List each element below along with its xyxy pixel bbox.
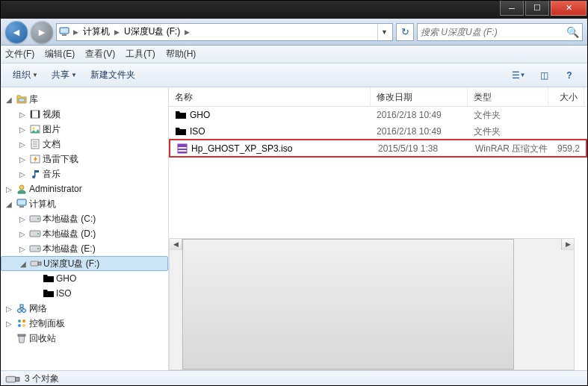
close-button[interactable]: ✕ xyxy=(551,1,587,16)
folder-icon xyxy=(175,109,187,121)
chevron-right-icon: ▶ xyxy=(73,28,78,36)
column-size[interactable]: 大小 xyxy=(548,87,584,106)
picture-icon xyxy=(29,123,41,135)
file-date: 2015/5/19 1:38 xyxy=(372,143,469,154)
folder-icon xyxy=(175,125,187,137)
control-panel-icon xyxy=(16,317,28,329)
breadcrumb-drive[interactable]: U深度U盘 (F:) xyxy=(123,24,182,40)
music-icon xyxy=(29,168,41,180)
status-bar: 3 个对象 xyxy=(1,370,587,386)
tree-picture[interactable]: ▷图片 xyxy=(1,122,168,137)
minimize-button[interactable]: ─ xyxy=(500,1,524,16)
file-size: 959,2 xyxy=(550,143,586,154)
file-type: 文件夹 xyxy=(468,125,548,138)
title-bar: ─ ☐ ✕ xyxy=(1,1,587,19)
column-headers: 名称 修改日期 类型 大小 xyxy=(169,87,587,107)
tree-control-panel[interactable]: ▷控制面板 xyxy=(1,316,168,331)
address-dropdown[interactable]: ▼ xyxy=(377,24,391,40)
tree-computer[interactable]: ◢计算机 xyxy=(1,196,168,211)
file-date: 2016/2/18 10:49 xyxy=(371,126,468,137)
maximize-button[interactable]: ☐ xyxy=(525,1,549,16)
breadcrumb-computer[interactable]: 计算机 xyxy=(81,24,111,40)
navigation-tree[interactable]: ◢库 ▷视频 ▷图片 ▷文档 ▷迅雷下载 ▷音乐 ▷Administrator … xyxy=(1,87,169,370)
file-row[interactable]: GHO2016/2/18 10:49文件夹 xyxy=(169,107,587,123)
download-icon xyxy=(29,153,41,165)
status-text: 3 个对象 xyxy=(25,373,59,385)
tree-recycle-bin[interactable]: 回收站 xyxy=(1,331,168,346)
menu-tools[interactable]: 工具(T) xyxy=(126,48,155,60)
tree-music[interactable]: ▷音乐 xyxy=(1,166,168,181)
menu-help[interactable]: 帮助(H) xyxy=(166,48,196,60)
tree-administrator[interactable]: ▷Administrator xyxy=(1,181,168,196)
tree-drive-c[interactable]: ▷本地磁盘 (C:) xyxy=(1,211,168,226)
file-name: ISO xyxy=(190,126,205,137)
computer-icon xyxy=(58,26,70,38)
column-type[interactable]: 类型 xyxy=(468,87,548,106)
tree-document[interactable]: ▷文档 xyxy=(1,137,168,152)
column-name[interactable]: 名称 xyxy=(169,87,371,106)
drive-icon xyxy=(5,372,20,387)
tree-drive-e[interactable]: ▷本地磁盘 (E:) xyxy=(1,241,168,256)
nav-bar: ◄ ► ▶ 计算机 ▶ U深度U盘 (F:) ▶ ▼ ↻ 🔍 xyxy=(1,19,587,46)
drive-icon xyxy=(29,243,41,255)
tree-folder-iso[interactable]: ISO xyxy=(1,286,168,301)
usb-drive-icon xyxy=(30,258,42,270)
libraries-icon xyxy=(16,93,28,105)
document-icon xyxy=(29,138,41,150)
tree-libraries[interactable]: ◢库 xyxy=(1,92,168,107)
menu-edit[interactable]: 编辑(E) xyxy=(45,48,75,60)
tree-folder-gho[interactable]: GHO xyxy=(1,271,168,286)
refresh-button[interactable]: ↻ xyxy=(396,23,414,41)
tree-drive-f[interactable]: ◢U深度U盘 (F:) xyxy=(1,256,168,271)
file-list-pane: 名称 修改日期 类型 大小 GHO2016/2/18 10:49文件夹ISO20… xyxy=(169,87,587,370)
scroll-right-arrow[interactable]: ▶ xyxy=(561,239,574,250)
back-button[interactable]: ◄ xyxy=(5,21,28,43)
tree-network[interactable]: ▷网络 xyxy=(1,301,168,316)
chevron-right-icon: ▶ xyxy=(185,28,190,36)
file-name: GHO xyxy=(190,110,210,120)
video-icon xyxy=(29,108,41,120)
help-button[interactable]: ? xyxy=(559,67,580,84)
search-input[interactable] xyxy=(421,27,566,37)
file-date: 2016/2/18 10:49 xyxy=(371,110,468,120)
command-bar: 组织 ▼ 共享 ▼ 新建文件夹 ☰ ▼ ◫ ? xyxy=(1,63,587,87)
file-row[interactable]: ISO2016/2/18 10:49文件夹 xyxy=(169,123,587,140)
menu-file[interactable]: 文件(F) xyxy=(5,48,34,60)
view-options-button[interactable]: ☰ ▼ xyxy=(508,67,529,84)
tree-drive-d[interactable]: ▷本地磁盘 (D:) xyxy=(1,226,168,241)
user-icon xyxy=(16,183,28,195)
new-folder-button[interactable]: 新建文件夹 xyxy=(86,67,140,83)
share-button[interactable]: 共享 ▼ xyxy=(47,67,81,83)
file-row[interactable]: Hp_GHOST_XP_SP3.iso2015/5/19 1:38WinRAR … xyxy=(169,139,587,158)
drive-icon xyxy=(29,228,41,240)
scroll-left-arrow[interactable]: ◀ xyxy=(170,239,182,250)
search-box[interactable]: 🔍 xyxy=(417,23,583,41)
folder-icon xyxy=(43,287,55,299)
address-bar[interactable]: ▶ 计算机 ▶ U深度U盘 (F:) ▶ ▼ xyxy=(56,23,393,41)
recycle-bin-icon xyxy=(16,332,28,344)
menu-view[interactable]: 查看(V) xyxy=(85,48,115,60)
column-date[interactable]: 修改日期 xyxy=(371,87,468,106)
search-icon[interactable]: 🔍 xyxy=(566,26,579,38)
file-name: Hp_GHOST_XP_SP3.iso xyxy=(191,143,292,154)
scroll-thumb[interactable] xyxy=(182,239,514,370)
chevron-right-icon: ▶ xyxy=(114,28,120,36)
preview-pane-button[interactable]: ◫ xyxy=(533,67,554,84)
file-type: WinRAR 压缩文件 xyxy=(469,143,550,155)
file-type: 文件夹 xyxy=(468,109,548,122)
tree-video[interactable]: ▷视频 xyxy=(1,107,168,122)
forward-button[interactable]: ► xyxy=(31,21,53,43)
rar-icon xyxy=(176,143,188,155)
tree-thunder[interactable]: ▷迅雷下载 xyxy=(1,152,168,166)
drive-icon xyxy=(29,213,41,225)
folder-icon xyxy=(43,273,55,284)
organize-button[interactable]: 组织 ▼ xyxy=(8,67,43,83)
computer-icon xyxy=(16,198,28,210)
network-icon xyxy=(16,302,28,314)
horizontal-scrollbar[interactable]: ◀ ▶ xyxy=(169,238,575,371)
menu-bar: 文件(F) 编辑(E) 查看(V) 工具(T) 帮助(H) xyxy=(1,46,587,63)
